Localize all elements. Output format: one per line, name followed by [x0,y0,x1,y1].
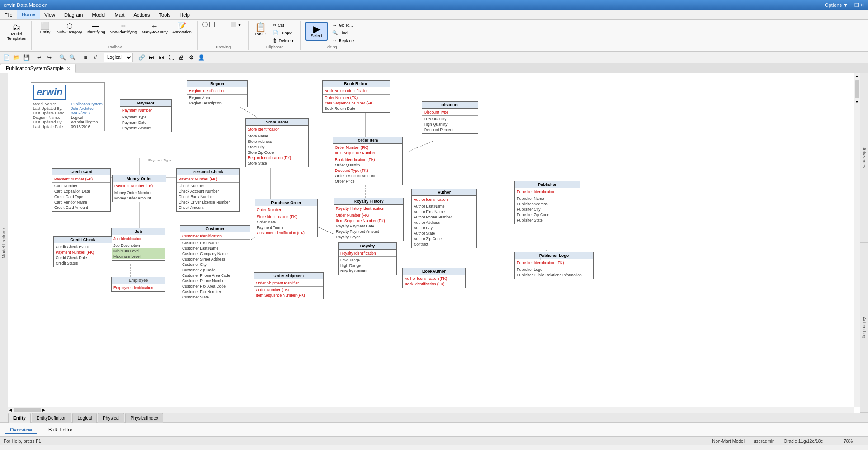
overview-tab[interactable]: Overview [5,426,37,434]
forward-btn[interactable]: ⏭ [147,53,156,62]
zoom-level-select[interactable]: Logical Physical [104,53,133,62]
sub-category-btn[interactable]: ⬡ Sub-Category [55,22,84,35]
diagram-canvas[interactable]: erwin Model Name:PublicationSystem Last … [8,73,860,413]
annotation-btn[interactable]: 📝 Annotation [170,22,193,35]
advisories-tab[interactable]: Advisories [860,73,868,243]
hscrollbar[interactable]: ◀ ▶ [8,407,854,413]
save-btn[interactable]: 💾 [22,53,31,62]
backward-btn[interactable]: ⏮ [157,53,166,62]
redo-btn[interactable]: ↪ [45,53,54,62]
db-version-status: Oracle 11g/12c/18c [784,439,823,444]
draw-hrect[interactable] [217,23,222,26]
paste-btn[interactable]: 📋 Paste [253,22,268,37]
vscroll-up[interactable]: ▲ [854,73,860,79]
draw-more[interactable]: ▾ [238,22,245,27]
entity-author[interactable]: Author Author Identification Author Last… [411,189,477,248]
fit-btn[interactable]: ⛶ [167,53,176,62]
close-btn[interactable]: ✕ [860,2,864,8]
menu-actions[interactable]: Actions [129,10,155,19]
user-btn[interactable]: 👤 [197,53,206,62]
hscroll-right[interactable]: ▶ [42,408,46,412]
entity-publisher-logo[interactable]: Publisher Logo Publisher Identification … [514,252,594,279]
menu-view[interactable]: View [40,10,60,19]
tab-physical-index[interactable]: PhysicalIndex [125,413,163,423]
entity-discount[interactable]: Discount Discount Type Low Quantity High… [422,101,478,134]
minimize-btn[interactable]: ─ [849,2,853,8]
entity-credit-check[interactable]: Credit Check Credit Check Event Payment … [53,236,112,267]
replace-btn[interactable]: ↔ Replace [330,37,356,44]
sub-category-icon: ⬡ [66,23,73,30]
zoom-in-btn-status[interactable]: + [862,439,864,444]
vscroll-thumb[interactable] [855,80,859,98]
entity-store-name[interactable]: Store Name Store Identification Store Na… [245,118,309,167]
draw-fill[interactable] [231,22,236,27]
menu-diagram[interactable]: Diagram [60,10,88,19]
grid-btn[interactable]: # [91,53,100,62]
entity-credit-card[interactable]: Credit Card Payment Number (FK) Card Num… [52,168,111,212]
zoom-out-btn-status[interactable]: − [832,439,835,444]
entity-order-shipment[interactable]: Order Shipment Order Shipment Identifier… [254,272,324,299]
entity-payment[interactable]: Payment Payment Number Payment Type Paym… [120,99,172,132]
settings-btn[interactable]: ⚙ [187,53,196,62]
model-explorer-panel[interactable]: Model Explorer [0,73,8,413]
vscrollbar[interactable]: ▲ ▼ [854,73,860,407]
non-identifying-btn[interactable]: ╌ Non-Identifying [108,22,139,35]
menu-tools[interactable]: Tools [155,10,175,19]
zoom-out-btn[interactable]: 🔍 [68,53,77,62]
draw-circle[interactable] [202,22,208,27]
action-log-tab[interactable]: Action Log [860,243,868,413]
options-btn[interactable]: Options ▼ [825,2,848,8]
entity-order-item[interactable]: Order Item Order Number (FK) Item Sequen… [333,137,403,185]
entity-purchase-order[interactable]: Purchase Order Order Number Store Identi… [255,199,318,237]
tab-entity[interactable]: Entity [8,413,31,423]
bulk-editor-tab[interactable]: Bulk Editor [44,426,77,434]
entity-money-order[interactable]: Money Order Payment Number (FK) Money Or… [112,175,166,202]
hscroll-left[interactable]: ◀ [8,408,13,412]
zoom-in-btn[interactable]: 🔍 [58,53,67,62]
draw-vrect[interactable] [224,22,227,27]
tab-close-btn[interactable]: ✕ [66,66,70,71]
new-btn[interactable]: 📄 [2,53,11,62]
delete-btn[interactable]: 🗑 Delete ▾ [270,37,297,44]
menu-file[interactable]: File [0,10,17,19]
find-btn[interactable]: 🔍 Find [330,29,356,36]
open-btn[interactable]: 📂 [12,53,21,62]
entity-region[interactable]: Region Region Identification Region Area… [187,80,248,107]
many-to-many-btn[interactable]: ↔ Many-to-Many [140,22,170,35]
link-btn[interactable]: 🔗 [137,53,146,62]
print-btn[interactable]: 🖨 [177,53,186,62]
entity-royalty[interactable]: Royalty Royalty Identification Low Range… [338,242,397,275]
align-btn[interactable]: ≡ [81,53,90,62]
entity-customer[interactable]: Customer Customer Identification Custome… [180,225,250,301]
entity-book-return[interactable]: Book Retrun Book Return Identification O… [322,80,390,113]
identifying-btn[interactable]: — Identifying [85,22,107,35]
entity-book-author[interactable]: BookAuthor Author Identification (FK) Bo… [402,268,466,288]
entity-icon: ⬜ [41,23,50,30]
restore-btn[interactable]: ❐ [854,2,859,8]
entity-personal-check[interactable]: Personal Check Payment Number (FK) Check… [176,168,240,212]
menu-help[interactable]: Help [175,10,194,19]
undo-btn[interactable]: ↩ [35,53,44,62]
entity-tool-btn[interactable]: ⬜ Entity [36,22,54,35]
menu-home[interactable]: Home [17,10,40,19]
entity-publisher[interactable]: Publisher Publisher Identification Publi… [514,181,580,224]
goto-btn[interactable]: → Go To... [330,22,356,28]
menu-model[interactable]: Model [88,10,110,19]
draw-rect[interactable] [209,22,215,27]
select-btn[interactable]: ▶ Select [305,22,328,41]
menu-mart[interactable]: Mart [110,10,129,19]
tab-physical[interactable]: Physical [98,413,124,423]
entity-job[interactable]: Job Job Identification Job Description M… [111,228,165,261]
entity-royalty-history[interactable]: Royalty History Royalty History Identifi… [334,198,404,241]
vscroll-down[interactable]: ▼ [854,99,860,105]
action-log-label: Action Log [862,317,867,338]
entity-employee[interactable]: Employee Employee Identification [111,277,165,292]
cut-btn[interactable]: ✂ Cut [270,22,297,28]
hscroll-thumb[interactable] [14,408,41,412]
entity-money-order-header: Money Order [113,175,166,182]
model-templates-btn[interactable]: 🗂 ModelTemplates [5,22,28,42]
tab-logical[interactable]: Logical [72,413,97,423]
copy-btn[interactable]: 📄 ' Copy' [270,29,297,36]
tab-entity-definition[interactable]: EntityDefinition [32,413,72,423]
diagram-tab[interactable]: PublicationSystemSample ✕ [0,64,76,73]
